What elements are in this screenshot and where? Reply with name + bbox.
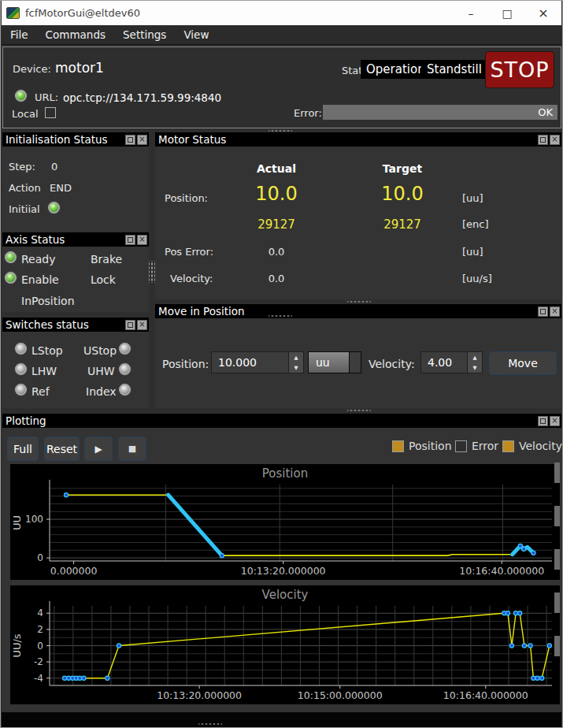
plot-scrollbar[interactable]	[554, 592, 560, 613]
panel-switches-status: Switches status × LStop UStop LHW UHW Re…	[2, 318, 149, 408]
step-value: 0	[51, 161, 57, 173]
plotting-panel-titlebar[interactable]: Plotting ×	[2, 414, 561, 428]
window-title: fcfMotorGui@eltdev60	[25, 7, 140, 19]
encoder-target: 29127	[359, 217, 446, 232]
url-status-led	[15, 90, 27, 102]
stop-button[interactable]: STOP	[485, 51, 554, 88]
ref-led	[15, 384, 27, 396]
maximize-button[interactable]: □	[489, 1, 525, 25]
encoder-unit: [enc]	[462, 218, 489, 230]
svg-text:Position: Position	[262, 466, 308, 481]
move-velocity-value[interactable]: 4.00	[421, 352, 467, 373]
local-label: Local	[12, 108, 39, 120]
legend-position[interactable]: Position	[392, 440, 452, 452]
legend-velocity[interactable]: Velocity	[502, 440, 562, 452]
plot-scrollbar[interactable]	[554, 462, 560, 483]
state-standstill: Standstill	[421, 60, 487, 79]
spin-down-icon[interactable]: ▼	[289, 362, 303, 373]
uhw-label: UHW	[87, 365, 115, 377]
axis-panel-title: Axis Status	[6, 233, 65, 246]
float-panel-icon[interactable]	[125, 320, 135, 330]
float-panel-icon[interactable]	[538, 135, 548, 145]
float-panel-icon[interactable]	[538, 306, 548, 317]
local-checkbox[interactable]	[45, 107, 56, 118]
init-panel-titlebar[interactable]: Initialisation Status ×	[2, 132, 149, 147]
lstop-label: LStop	[31, 344, 63, 357]
splitter-handle[interactable]	[149, 261, 155, 283]
svg-text:UU: UU	[11, 515, 23, 530]
play-button[interactable]: ▶	[84, 436, 113, 461]
svg-text:UU/s: UU/s	[11, 633, 23, 657]
velocity-chart[interactable]: -4-202410:13:20.00000010:15:00.00000010:…	[10, 585, 560, 704]
motor-panel-titlebar[interactable]: Motor Status ×	[155, 132, 561, 147]
splitter-handle[interactable]	[269, 314, 292, 318]
close-button[interactable]: ×	[525, 1, 561, 25]
menu-commands[interactable]: Commands	[37, 26, 114, 43]
svg-text:-2: -2	[34, 656, 43, 667]
uhw-led	[119, 363, 131, 375]
pos-error-unit: [uu]	[462, 246, 483, 258]
float-panel-icon[interactable]	[538, 416, 548, 426]
spin-up-icon[interactable]: ▲	[468, 352, 482, 362]
index-led	[119, 384, 131, 396]
legend-error-label: Error	[472, 440, 498, 452]
action-value: END	[50, 182, 72, 194]
splitter-handle[interactable]	[269, 128, 292, 133]
move-velocity-spinbox[interactable]: 4.00 ▲ ▼	[420, 351, 483, 373]
close-panel-icon[interactable]: ×	[137, 135, 147, 145]
spin-down-icon[interactable]: ▼	[468, 362, 482, 373]
unit-combobox[interactable]: uu	[308, 351, 361, 373]
record-stop-button[interactable]: ■	[118, 436, 146, 461]
move-button[interactable]: Move	[489, 351, 557, 375]
window-titlebar[interactable]: fcfMotorGui@eltdev60 – □ ×	[2, 1, 561, 25]
legend-error[interactable]: Error	[455, 440, 498, 452]
switches-panel-titlebar[interactable]: Switches status ×	[2, 318, 149, 332]
svg-text:Velocity: Velocity	[262, 588, 309, 602]
position-chart[interactable]: 01000.00000010:13:20.00000010:16:40.0000…	[10, 464, 560, 580]
menu-settings[interactable]: Settings	[114, 26, 175, 43]
app-window: fcfMotorGui@eltdev60 – □ × File Commands…	[0, 0, 563, 728]
move-position-spinbox[interactable]: 10.000 ▲ ▼	[211, 351, 304, 373]
float-panel-icon[interactable]	[125, 135, 135, 145]
svg-text:-4: -4	[34, 673, 43, 684]
spinner-buttons[interactable]: ▲ ▼	[467, 352, 482, 373]
svg-text:10:16:40.000000: 10:16:40.000000	[443, 689, 528, 701]
menu-view[interactable]: View	[175, 26, 217, 43]
spin-up-icon[interactable]: ▲	[289, 352, 303, 362]
error-checkbox[interactable]	[455, 440, 467, 452]
move-panel-titlebar[interactable]: Move in Position ×	[155, 304, 561, 318]
minimize-button[interactable]: –	[453, 1, 489, 25]
axis-panel-titlebar[interactable]: Axis Status ×	[2, 232, 149, 247]
menu-file[interactable]: File	[2, 26, 37, 43]
ready-label: Ready	[21, 253, 55, 266]
full-button[interactable]: Full	[7, 436, 39, 461]
svg-text:100: 100	[25, 514, 43, 525]
velocity-checkbox[interactable]	[502, 440, 514, 452]
close-panel-icon[interactable]: ×	[137, 235, 147, 245]
plot-scrollbar[interactable]	[554, 506, 560, 526]
enable-led	[5, 272, 17, 284]
init-panel-title: Initialisation Status	[6, 133, 108, 146]
splitter-handle[interactable]	[347, 408, 371, 413]
reset-button[interactable]: Reset	[44, 436, 80, 461]
position-actual: 10.0	[233, 183, 320, 205]
close-panel-icon[interactable]: ×	[550, 306, 560, 317]
svg-text:2: 2	[37, 624, 43, 635]
plot-scrollbar[interactable]	[554, 636, 560, 656]
plot-scrollbar[interactable]	[554, 549, 560, 570]
ustop-label: UStop	[83, 344, 117, 357]
device-frame: Device: motor1 States: Operational Stand…	[2, 46, 561, 128]
close-panel-icon[interactable]: ×	[550, 416, 560, 426]
splitter-handle[interactable]	[198, 722, 222, 726]
pos-error-actual: 0.0	[233, 246, 320, 258]
spinner-buttons[interactable]: ▲ ▼	[288, 352, 303, 373]
close-panel-icon[interactable]: ×	[550, 135, 560, 145]
combobox-dropdown-icon[interactable]	[349, 352, 361, 373]
position-checkbox[interactable]	[392, 440, 404, 452]
velocity-unit: [uu/s]	[462, 273, 492, 284]
unit-combobox-value[interactable]: uu	[309, 352, 349, 373]
close-panel-icon[interactable]: ×	[137, 320, 147, 330]
float-panel-icon[interactable]	[125, 235, 135, 245]
move-position-value[interactable]: 10.000	[212, 352, 288, 373]
splitter-handle[interactable]	[347, 299, 371, 304]
